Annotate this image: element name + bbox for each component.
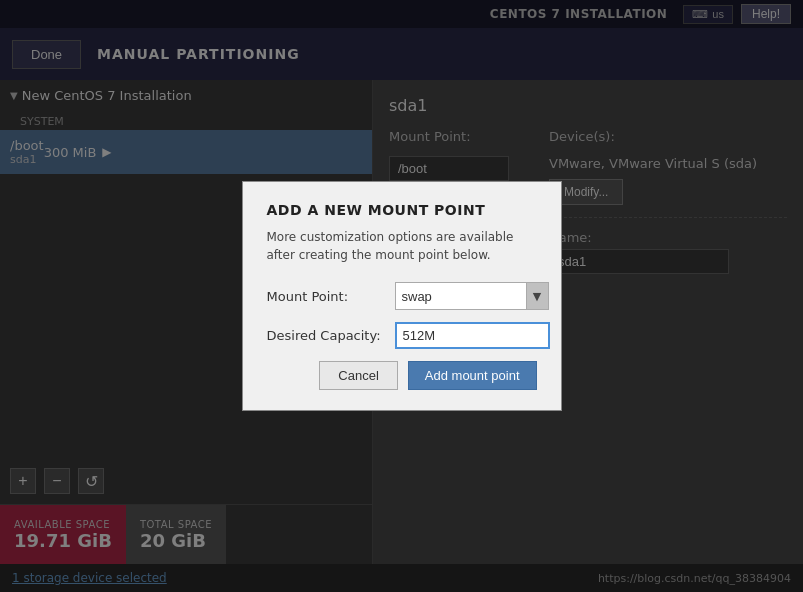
add-mount-button[interactable]: Add mount point [408, 361, 537, 390]
modal-title: ADD A NEW MOUNT POINT [267, 202, 537, 218]
modal-mount-point-field: Mount Point: swap / /boot /home /tmp /va… [267, 282, 537, 310]
modal-mount-point-select-wrapper: swap / /boot /home /tmp /var ▼ [395, 282, 549, 310]
modal-mount-point-select[interactable]: swap / /boot /home /tmp /var [396, 285, 526, 308]
cancel-button[interactable]: Cancel [319, 361, 397, 390]
modal-overlay: ADD A NEW MOUNT POINT More customization… [0, 0, 803, 592]
modal-capacity-label: Desired Capacity: [267, 328, 387, 343]
modal-capacity-field: Desired Capacity: [267, 322, 537, 349]
modal-mount-point-label: Mount Point: [267, 289, 387, 304]
modal-dialog: ADD A NEW MOUNT POINT More customization… [242, 181, 562, 411]
modal-actions: Cancel Add mount point [267, 361, 537, 390]
modal-capacity-input[interactable] [395, 322, 550, 349]
select-arrow-icon[interactable]: ▼ [526, 283, 548, 309]
modal-subtitle: More customization options are available… [267, 228, 537, 264]
